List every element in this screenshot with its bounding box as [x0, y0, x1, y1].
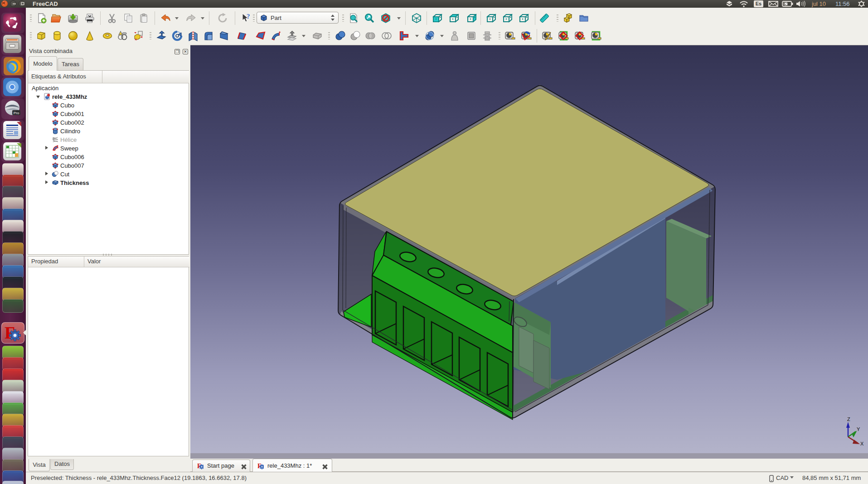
svg-text:?: ? — [247, 13, 250, 20]
svg-text:Z: Z — [847, 416, 850, 422]
svg-text:X: X — [860, 441, 864, 446]
svg-text:Pro: Pro — [14, 111, 19, 115]
svg-text:Y: Y — [857, 426, 860, 432]
